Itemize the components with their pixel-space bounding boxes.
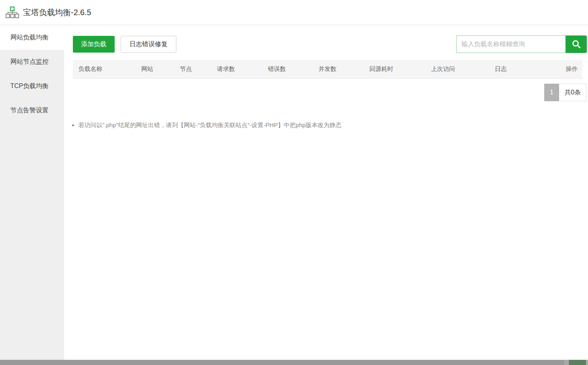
- column-header-node: 节点: [180, 65, 217, 73]
- pagination-total-count: 共0条: [559, 84, 586, 101]
- sidebar-item-tcp-load-balance[interactable]: TCP负载均衡: [0, 74, 64, 98]
- search-button[interactable]: [566, 35, 587, 53]
- search-group: [456, 35, 587, 53]
- sidebar-item-node-alert[interactable]: 节点告警设置: [0, 98, 64, 123]
- column-header-log: 日志: [495, 65, 551, 73]
- horizontal-scrollbar[interactable]: [0, 360, 588, 365]
- column-header-website: 网站: [141, 65, 180, 73]
- pagination: 1 共0条: [64, 84, 586, 101]
- column-header-errors: 错误数: [268, 65, 318, 73]
- sidebar: 网站负载均衡 网站节点监控 TCP负载均衡 节点告警设置: [0, 26, 64, 360]
- sidebar-item-web-load-balance[interactable]: 网站负载均衡: [0, 26, 64, 50]
- scrollbar-segment-tail: [586, 360, 588, 365]
- column-header-last-visit: 上次访问: [431, 65, 495, 73]
- add-load-button[interactable]: 添加负载: [73, 36, 115, 53]
- pagination-page-1[interactable]: 1: [544, 84, 559, 101]
- php-note: 若访问以".php"结尾的网址出错，请到【网站-“负载均衡关联站点”-设置-PH…: [78, 121, 588, 130]
- notes-list: 若访问以".php"结尾的网址出错，请到【网站-“负载均衡关联站点”-设置-PH…: [64, 121, 588, 130]
- toolbar: 添加负载 日志错误修复: [64, 35, 588, 53]
- column-header-load-name: 负载名称: [73, 65, 141, 73]
- scrollbar-segment-green: [569, 360, 586, 365]
- scrollbar-segment-light: [564, 360, 569, 365]
- log-error-fix-button[interactable]: 日志错误修复: [121, 36, 176, 53]
- sidebar-item-node-monitor[interactable]: 网站节点监控: [0, 50, 64, 74]
- main-content: 添加负载 日志错误修复 负载名称 网站 节点 请求数 错误数 并发数 回源耗时 …: [64, 26, 588, 360]
- app-header: 宝塔负载均衡-2.6.5: [0, 0, 588, 25]
- sitemap-icon: [5, 5, 20, 20]
- column-header-actions: 操作: [551, 65, 582, 73]
- table-header-row: 负载名称 网站 节点 请求数 错误数 并发数 回源耗时 上次访问 日志 操作: [73, 60, 582, 78]
- page-title: 宝塔负载均衡-2.6.5: [23, 7, 91, 18]
- search-icon: [571, 39, 582, 49]
- search-input[interactable]: [456, 35, 566, 53]
- column-header-concurrency: 并发数: [318, 65, 369, 73]
- column-header-requests: 请求数: [217, 65, 268, 73]
- column-header-origin-time: 回源耗时: [369, 65, 431, 73]
